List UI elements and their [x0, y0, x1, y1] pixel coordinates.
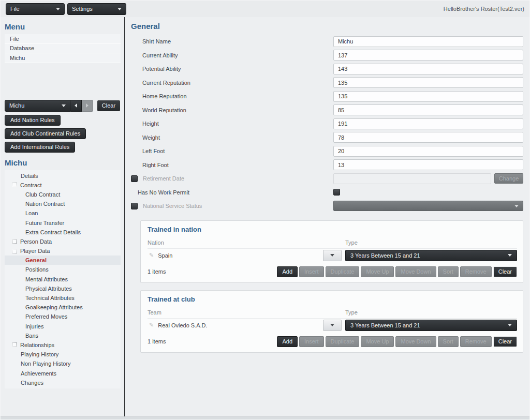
panel-action-button[interactable]: Add: [277, 266, 298, 277]
type-value: 3 Years Between 15 and 21: [350, 322, 420, 328]
field-input[interactable]: [333, 91, 523, 102]
tree-item[interactable]: Future Transfer: [5, 218, 121, 227]
caret-down-icon: [62, 104, 66, 107]
tree-item[interactable]: Playing History: [5, 350, 121, 359]
settings-menu-dropdown[interactable]: Settings: [67, 3, 126, 15]
previous-record-button[interactable]: [70, 100, 82, 112]
tree-item[interactable]: General: [5, 256, 121, 265]
panel-action-button[interactable]: Clear: [493, 266, 517, 277]
field-input[interactable]: [333, 64, 523, 74]
type-dropdown[interactable]: 3 Years Between 15 and 21: [345, 320, 517, 331]
tree-item-label: Technical Attributes: [25, 295, 75, 301]
tree-expand-icon[interactable]: [12, 183, 17, 187]
field-label: Left Foot: [142, 148, 333, 154]
panel-action-button[interactable]: Insert: [299, 266, 324, 277]
panel-action-button[interactable]: Sort: [438, 266, 459, 277]
top-menubar: File Settings HelloBrother's Roster(Test…: [1, 1, 529, 17]
field-input[interactable]: [333, 146, 523, 157]
tree-item[interactable]: Achievements: [5, 368, 121, 378]
panel-action-button[interactable]: Remove: [460, 266, 492, 277]
tree-item[interactable]: Person Data: [5, 237, 121, 246]
panel-action-button[interactable]: Remove: [460, 336, 492, 347]
record-select-dropdown[interactable]: Michu: [5, 100, 70, 112]
field-input[interactable]: [333, 159, 523, 170]
field-input[interactable]: [333, 50, 523, 61]
tree-item-label: Preferred Moves: [25, 313, 67, 320]
caret-down-icon: [330, 254, 334, 257]
field-input[interactable]: [333, 77, 523, 88]
training-panel: Trained at club Team Type ✎ Real Oviedo …: [140, 290, 523, 353]
tree-item[interactable]: Relationships: [5, 340, 121, 350]
form-row: Home Reputation: [125, 89, 529, 103]
national-service-checkbox[interactable]: [131, 203, 138, 209]
tree-expand-icon[interactable]: [12, 249, 17, 253]
field-input[interactable]: [333, 132, 523, 143]
panel-column-headers: Team Type: [148, 309, 517, 318]
tree-expand-icon[interactable]: [12, 239, 17, 244]
tree-item[interactable]: Bans: [5, 331, 121, 340]
tree-item[interactable]: Club Contract: [5, 190, 121, 199]
tree-item[interactable]: Non Playing History: [5, 359, 121, 368]
tree-item-label: Changes: [21, 380, 43, 386]
entity-select-dropdown[interactable]: [323, 250, 342, 261]
form-fields: Shirt Name Current Ability Potential Abi…: [125, 35, 529, 172]
tree-item[interactable]: Changes: [5, 378, 121, 387]
training-panels: Trained in nation Nation Type ✎ Spain: [125, 220, 529, 353]
entity-name: Spain: [158, 252, 172, 259]
tree-item[interactable]: Positions: [5, 265, 121, 274]
panel-action-button[interactable]: Move Down: [395, 266, 436, 277]
panel-buttons: Add Insert Duplicate Move Up Move Down S…: [277, 336, 517, 347]
clear-record-button[interactable]: Clear: [97, 100, 121, 112]
tree-item[interactable]: Physical Attributes: [5, 284, 121, 293]
menu-list-item[interactable]: Database: [5, 44, 121, 54]
tree-item[interactable]: Details: [5, 171, 121, 181]
panel-action-button[interactable]: Duplicate: [326, 266, 360, 277]
panel-action-button[interactable]: Move Down: [395, 336, 436, 347]
arrow-left-icon: [75, 103, 77, 108]
field-input[interactable]: [333, 104, 523, 115]
tree-item[interactable]: Preferred Moves: [5, 312, 121, 321]
panel-action-button[interactable]: Move Up: [361, 266, 394, 277]
national-service-dropdown[interactable]: [333, 201, 523, 211]
retirement-date-checkbox[interactable]: [131, 175, 138, 182]
add-rules-button[interactable]: Add Nation Rules: [5, 115, 61, 126]
panel-action-button[interactable]: Add: [277, 336, 298, 347]
tree-item[interactable]: Extra Contract Details: [5, 228, 121, 237]
edit-icon: ✎: [149, 252, 154, 259]
caret-down-icon: [117, 8, 122, 10]
file-menu-dropdown[interactable]: File: [6, 3, 65, 15]
panel-action-button[interactable]: Move Up: [361, 336, 394, 347]
form-row: Shirt Name: [125, 35, 529, 49]
tree-item[interactable]: Contract: [5, 181, 121, 190]
tree-item-label: Mental Attributes: [25, 276, 68, 282]
tree-expand-icon[interactable]: [12, 342, 17, 347]
tree-item[interactable]: Player Data: [5, 246, 121, 256]
tree-item-label: Positions: [25, 266, 49, 273]
type-dropdown[interactable]: 3 Years Between 15 and 21: [345, 250, 517, 261]
training-panel: Trained in nation Nation Type ✎ Spain: [140, 220, 523, 283]
menu-list-item[interactable]: Michu: [5, 53, 121, 63]
tree-item[interactable]: Nation Contract: [5, 199, 121, 208]
tree-item[interactable]: Injuries: [5, 322, 121, 331]
items-count: 1 items: [148, 268, 277, 275]
panel-action-button[interactable]: Sort: [438, 336, 459, 347]
entity-select-dropdown[interactable]: [323, 320, 342, 331]
tree-item[interactable]: Goalkeeping Attributes: [5, 303, 121, 312]
menu-item-label: Michu: [10, 55, 25, 61]
panel-buttons: Add Insert Duplicate Move Up Move Down S…: [277, 266, 517, 277]
panel-action-button[interactable]: Duplicate: [326, 336, 360, 347]
menu-list-item[interactable]: File: [5, 34, 121, 44]
add-rules-button[interactable]: Add International Rules: [5, 142, 75, 153]
next-record-button[interactable]: [82, 100, 93, 112]
work-permit-checkbox[interactable]: [333, 189, 340, 196]
field-label: Current Ability: [142, 52, 333, 58]
tree-item[interactable]: Technical Attributes: [5, 293, 121, 303]
tree-item[interactable]: Loan: [5, 208, 121, 218]
add-rules-button[interactable]: Add Club Continental Rules: [5, 128, 86, 139]
panel-action-button[interactable]: Insert: [299, 336, 324, 347]
panel-action-button[interactable]: Clear: [493, 336, 517, 347]
tree-item[interactable]: Mental Attributes: [5, 275, 121, 284]
field-input[interactable]: [333, 118, 523, 129]
tree-item-label: Non Playing History: [21, 361, 71, 367]
field-input[interactable]: [333, 36, 523, 47]
